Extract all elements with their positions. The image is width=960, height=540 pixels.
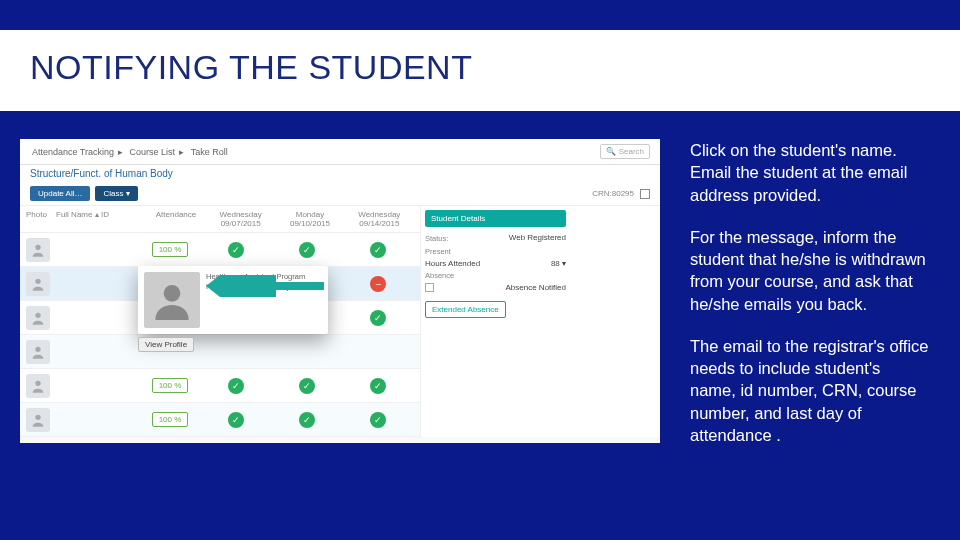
check-icon[interactable]: ✓ [370,242,386,258]
check-icon[interactable]: ✓ [299,412,315,428]
instruction-text: Click on the student's name. Email the s… [690,139,930,520]
course-name: Structure/Funct. of Human Body [20,165,660,182]
svg-point-4 [35,380,40,385]
check-icon[interactable]: ✓ [299,378,315,394]
absent-icon[interactable]: – [370,276,386,292]
crumb-3: Take Roll [191,147,228,157]
update-all-button[interactable]: Update All… [30,186,90,201]
status-value: Web Registered [509,233,566,242]
avatar-icon [26,408,50,432]
screenshot-column: Attendance Tracking▸ Course List▸ Take R… [20,139,660,520]
absence-notified-label: Absence Notified [506,283,566,292]
status-label: Status: [425,234,448,243]
svg-point-1 [35,278,40,283]
check-icon[interactable]: ✓ [370,310,386,326]
svg-point-6 [164,285,181,302]
col-attendance: Attendance [146,210,206,228]
attendance-badge: 100 % [152,242,189,257]
search-input[interactable]: 🔍 Search [600,144,650,159]
main-columns: Photo Full Name ▴ ID Attendance Wednesda… [20,206,660,437]
col-day1: Wednesday09/07/2015 [206,210,275,228]
table-row[interactable] [20,335,420,369]
app-header: Attendance Tracking▸ Course List▸ Take R… [20,139,660,165]
sidebar-tab[interactable]: Student Details [425,210,566,227]
svg-point-5 [35,414,40,419]
class-button[interactable]: Class ▾ [95,186,137,201]
table-row[interactable]: 100 % ✓ ✓ ✓ [20,369,420,403]
present-label: Present [425,247,566,256]
popup-avatar-icon [144,272,200,328]
avatar-icon [26,340,50,364]
attendance-badge: 100 % [152,412,189,427]
paragraph-1: Click on the student's name. Email the s… [690,139,930,206]
absence-checkbox[interactable] [425,283,434,292]
crumb-2[interactable]: Course List [130,147,176,157]
toolbar: Update All… Class ▾ CRN:80295 [20,182,660,206]
roster-header: Photo Full Name ▴ ID Attendance Wednesda… [20,206,420,233]
check-icon[interactable]: ✓ [228,412,244,428]
top-accent-bar [0,0,960,30]
student-details-sidebar: Student Details Status: Web Registered P… [420,206,570,437]
avatar-icon [26,238,50,262]
check-icon[interactable]: ✓ [228,378,244,394]
table-row[interactable]: 100 % ✓ ✓ ✓ [20,403,420,437]
paragraph-3: The email to the registrar's office need… [690,335,930,446]
slide-title: NOTIFYING THE STUDENT [30,48,930,87]
extended-absence-button[interactable]: Extended Absence [425,301,506,318]
check-icon[interactable]: ✓ [370,378,386,394]
calendar-icon[interactable] [640,189,650,199]
search-icon: 🔍 [606,147,616,156]
check-icon[interactable]: ✓ [370,412,386,428]
col-name: Full Name ▴ ID [56,210,146,228]
paragraph-2: For the message, inform the student that… [690,226,930,315]
hours-label: Hours Attended [425,259,480,268]
crn-label: CRN:80295 [592,189,634,198]
avatar-icon [26,306,50,330]
col-photo: Photo [26,210,56,228]
col-day2: Monday09/10/2015 [275,210,344,228]
breadcrumb: Attendance Tracking▸ Course List▸ Take R… [30,147,230,157]
avatar-icon [26,272,50,296]
crumb-1[interactable]: Attendance Tracking [32,147,114,157]
table-row[interactable]: 100 % ✓ ✓ ✓ [20,233,420,267]
absence-label: Absence [425,271,566,280]
slide: NOTIFYING THE STUDENT Attendance Trackin… [0,0,960,540]
callout-arrow [206,275,276,297]
hours-value[interactable]: 88 ▾ [551,259,566,268]
svg-point-0 [35,244,40,249]
title-area: NOTIFYING THE STUDENT [0,30,960,111]
svg-point-2 [35,312,40,317]
check-icon[interactable]: ✓ [228,242,244,258]
attendance-badge: 100 % [152,378,189,393]
toolbar-right: CRN:80295 [592,189,650,199]
app-screenshot: Attendance Tracking▸ Course List▸ Take R… [20,139,660,443]
col-day3: Wednesday09/14/2015 [345,210,414,228]
check-icon[interactable]: ✓ [299,242,315,258]
svg-point-3 [35,346,40,351]
view-profile-button[interactable]: View Profile [138,337,194,352]
search-placeholder: Search [619,147,644,156]
avatar-icon [26,374,50,398]
content-area: Attendance Tracking▸ Course List▸ Take R… [0,111,960,540]
